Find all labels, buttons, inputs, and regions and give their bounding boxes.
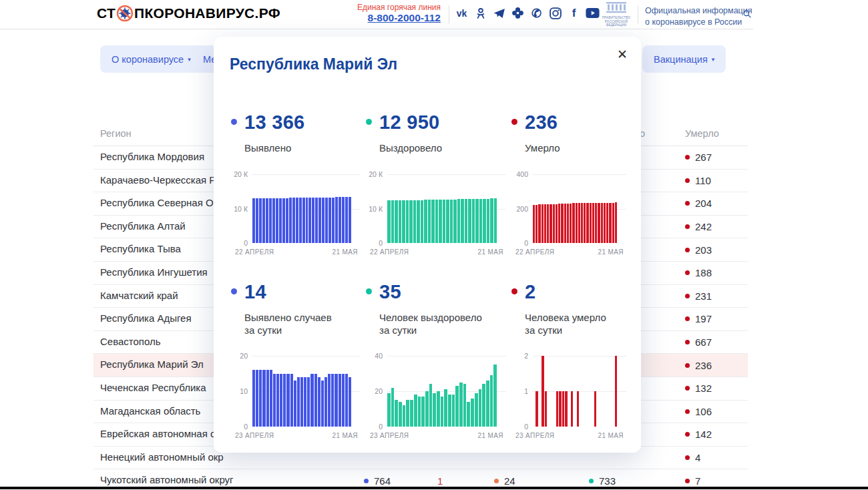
y-axis-tick: 20 [365, 387, 383, 395]
bar [279, 198, 282, 243]
bar [558, 204, 560, 243]
bar [475, 393, 478, 427]
stat-recovered-total: 12 950 Выздоровело [365, 111, 510, 154]
search-icon[interactable] [738, 5, 756, 23]
youtube-icon[interactable] [586, 6, 600, 20]
logo-text-middle: ПКОРОНАВИРУС [134, 5, 254, 21]
table-cell: 142 [685, 423, 712, 446]
bar [395, 200, 398, 243]
bar [273, 374, 276, 427]
chevron-down-icon: ▾ [188, 56, 191, 63]
bar [453, 200, 457, 243]
daily-charts-row: 20100 23 АПРЕЛЯ21 МАЯ 40200 23 АПРЕЛЯ21 … [214, 349, 641, 441]
bar [571, 391, 573, 427]
bar [448, 395, 451, 427]
bar [439, 200, 442, 243]
dot-icon [685, 479, 690, 483]
table-cell: 204 [685, 192, 712, 215]
x-axis-label: 21 МАЯ [477, 248, 503, 256]
government-emblem[interactable]: ПРАВИТЕЛЬСТВО РОССИЙСКОЙ ФЕДЕРАЦИИ [600, 2, 632, 27]
table-cell: 106 [685, 401, 712, 423]
dot-icon [685, 455, 690, 460]
bar [490, 198, 493, 243]
bar [282, 198, 285, 243]
bar [306, 198, 308, 243]
bar [490, 375, 493, 427]
red-dot-icon [511, 119, 517, 125]
bar [547, 204, 549, 243]
telegram-icon[interactable] [492, 6, 506, 20]
bar [331, 374, 334, 427]
region-name: Республика Алтай [100, 220, 186, 232]
close-icon[interactable]: ✕ [612, 43, 633, 65]
bar [286, 198, 288, 243]
bar [290, 374, 293, 427]
facebook-icon[interactable]: f [567, 6, 581, 20]
hotline-label: Единая горячая линия [353, 3, 441, 12]
bar [256, 198, 258, 243]
header-divider [449, 5, 449, 23]
bar [538, 204, 540, 243]
bar [553, 204, 555, 243]
odnoklassniki-icon[interactable] [473, 6, 487, 20]
bar [259, 198, 262, 243]
teal-dot-icon [366, 288, 372, 294]
x-axis-label: 21 МАЯ [598, 248, 624, 256]
dot-icon [685, 363, 690, 368]
table-row[interactable]: Чукотский автономный округ7641247337 [93, 469, 748, 490]
y-axis-tick: 200 [510, 205, 528, 213]
region-name: Республика Мордовия [100, 151, 204, 162]
bar [479, 389, 482, 427]
bar [487, 199, 490, 243]
logo-text-suffix: .РФ [255, 5, 280, 21]
bar [598, 203, 600, 243]
y-axis-tick: 10 [230, 387, 248, 395]
viber-icon[interactable]: ✆ [529, 6, 544, 20]
bar [459, 383, 463, 427]
x-axis-label: 21 МАЯ [332, 248, 358, 256]
region-name: Республика Марий Эл [100, 358, 204, 370]
bar [280, 374, 282, 427]
region-name: Республика Тыва [100, 243, 181, 254]
bar [592, 203, 594, 243]
region-name: Чукотский автономный округ [100, 474, 234, 485]
bar [310, 374, 313, 427]
chart-confirmed-total: 20 К10 К0 22 АПРЕЛЯ21 МАЯ [230, 168, 365, 260]
stat-died-total: 236 Умерло [510, 111, 630, 154]
nav-tab-about-coronavirus[interactable]: О коронавирусе ▾ [100, 45, 202, 73]
chevron-down-icon: ▾ [712, 56, 715, 63]
y-axis-tick: 20 [230, 352, 248, 360]
bar [297, 377, 300, 427]
bar [289, 198, 292, 243]
bar [559, 391, 561, 427]
bar [452, 395, 455, 427]
dot-icon [685, 201, 690, 206]
bar [479, 199, 483, 243]
bar [604, 203, 606, 243]
bar [475, 199, 479, 243]
table-cell: 132 [685, 377, 712, 400]
vk-icon[interactable]: vk [455, 6, 469, 20]
bar [437, 391, 440, 427]
bar [425, 391, 429, 427]
bar [590, 203, 592, 243]
bar [441, 397, 444, 427]
bar [455, 386, 459, 427]
bar [418, 397, 421, 427]
y-axis-tick: 0 [365, 423, 383, 431]
hotline-phone-link[interactable]: 8-800-2000-112 [368, 12, 441, 23]
chart-recovered-daily: 40200 23 АПРЕЛЯ21 МАЯ [365, 349, 510, 441]
instagram-icon[interactable] [548, 6, 562, 20]
site-logo[interactable]: СТ ПКОРОНАВИРУС .РФ [97, 5, 280, 22]
bar [345, 374, 348, 427]
dot-icon [494, 479, 499, 483]
region-name: Еврейская автономная обл [100, 428, 227, 439]
bar [349, 197, 351, 243]
dot-icon [685, 409, 690, 414]
bar [493, 364, 497, 427]
clover-icon[interactable] [511, 6, 525, 20]
dot-icon [364, 479, 369, 483]
bar [461, 199, 464, 243]
dot-icon [685, 432, 690, 437]
nav-tab-vaccination[interactable]: Вакцинация ▾ [642, 45, 726, 73]
